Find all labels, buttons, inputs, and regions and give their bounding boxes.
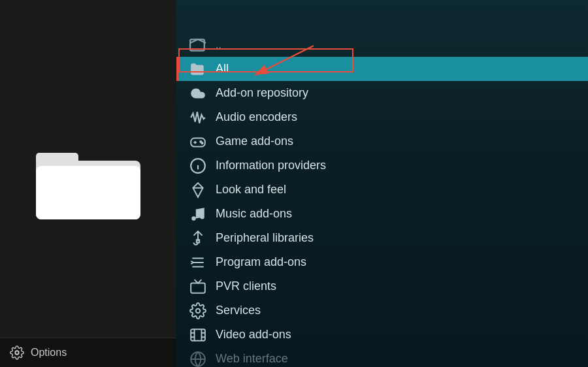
svg-rect-2 [36,166,140,219]
svg-point-20 [196,308,201,313]
menu-item-services[interactable]: Services [176,298,588,323]
web-interface-label: Web interface [216,352,288,366]
left-panel [0,0,176,367]
video-addons-label: Video add-ons [216,328,291,342]
diamond-icon [189,182,206,199]
folder-menu-icon [189,61,206,78]
svg-point-32 [15,351,19,355]
menu-item-game-addons[interactable]: Game add-ons [176,129,588,153]
information-providers-label: Information providers [216,159,326,172]
gear-icon [189,302,206,319]
look-feel-label: Look and feel [216,183,286,197]
menu-item-information-providers[interactable]: Information providers [176,153,588,178]
services-label: Services [216,304,261,317]
options-label: Options [31,347,67,359]
menu-item-program-addons[interactable]: Program add-ons [176,250,588,274]
svg-rect-1 [36,153,78,167]
menu-item-video-addons[interactable]: Video add-ons [176,323,588,347]
menu-item-addon-repository[interactable]: Add-on repository [176,81,588,105]
info-icon [189,157,206,174]
menu-list: .. All Add-on repository Audio encoders [176,33,588,367]
film-icon [189,327,206,343]
waveform-icon [189,109,206,126]
addon-repo-label: Add-on repository [216,86,308,100]
music-note-icon [189,206,206,223]
game-addons-label: Game add-ons [216,135,293,148]
back-label: .. [216,39,221,51]
peripheral-libraries-label: Peripheral libraries [216,231,314,245]
globe-icon [189,351,206,368]
svg-rect-21 [191,329,205,340]
menu-item-web-interface[interactable]: Web interface [176,347,588,367]
back-icon [189,37,206,54]
menu-item-music-addons[interactable]: Music add-ons [176,202,588,226]
menu-item-all[interactable]: All [176,57,588,81]
usb-icon [189,230,206,247]
program-addons-label: Program add-ons [216,255,306,269]
menu-item-pvr-clients[interactable]: PVR clients [176,274,588,298]
back-item[interactable]: .. [176,33,588,57]
tools-icon [189,254,206,271]
pvr-clients-label: PVR clients [216,279,276,293]
menu-item-audio-encoders[interactable]: Audio encoders [176,105,588,129]
svg-marker-12 [193,183,203,197]
tv-icon [189,278,206,295]
audio-encoders-label: Audio encoders [216,110,297,124]
svg-point-8 [201,142,203,144]
gamepad-icon [189,133,206,150]
folder-icon [36,141,140,226]
menu-item-peripheral-libraries[interactable]: Peripheral libraries [176,226,588,250]
cloud-icon [189,85,206,102]
all-label: All [216,62,229,76]
menu-item-look-and-feel[interactable]: Look and feel [176,178,588,202]
svg-rect-19 [191,283,205,293]
options-bar[interactable]: Options [0,338,176,367]
music-addons-label: Music add-ons [216,207,292,221]
options-icon [10,345,24,360]
